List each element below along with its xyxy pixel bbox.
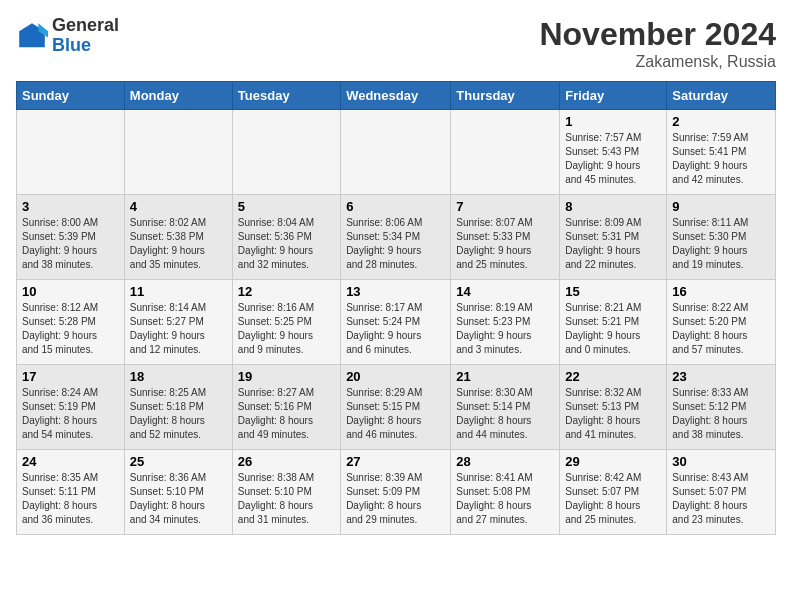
weekday-header: Sunday bbox=[17, 82, 125, 110]
month-title: November 2024 bbox=[539, 16, 776, 53]
calendar-cell: 28Sunrise: 8:41 AM Sunset: 5:08 PM Dayli… bbox=[451, 450, 560, 535]
day-number: 11 bbox=[130, 284, 227, 299]
logo: General Blue bbox=[16, 16, 119, 56]
day-number: 19 bbox=[238, 369, 335, 384]
day-number: 16 bbox=[672, 284, 770, 299]
calendar-week-row: 1Sunrise: 7:57 AM Sunset: 5:43 PM Daylig… bbox=[17, 110, 776, 195]
page-header: General Blue November 2024 Zakamensk, Ru… bbox=[16, 16, 776, 71]
calendar-cell: 14Sunrise: 8:19 AM Sunset: 5:23 PM Dayli… bbox=[451, 280, 560, 365]
calendar-cell bbox=[341, 110, 451, 195]
location: Zakamensk, Russia bbox=[539, 53, 776, 71]
day-info: Sunrise: 8:42 AM Sunset: 5:07 PM Dayligh… bbox=[565, 471, 661, 527]
day-number: 8 bbox=[565, 199, 661, 214]
day-number: 1 bbox=[565, 114, 661, 129]
weekday-header: Tuesday bbox=[232, 82, 340, 110]
calendar-cell: 1Sunrise: 7:57 AM Sunset: 5:43 PM Daylig… bbox=[560, 110, 667, 195]
day-info: Sunrise: 8:02 AM Sunset: 5:38 PM Dayligh… bbox=[130, 216, 227, 272]
weekday-header-row: SundayMondayTuesdayWednesdayThursdayFrid… bbox=[17, 82, 776, 110]
calendar-cell bbox=[124, 110, 232, 195]
calendar-cell: 26Sunrise: 8:38 AM Sunset: 5:10 PM Dayli… bbox=[232, 450, 340, 535]
calendar-cell: 13Sunrise: 8:17 AM Sunset: 5:24 PM Dayli… bbox=[341, 280, 451, 365]
calendar-cell: 19Sunrise: 8:27 AM Sunset: 5:16 PM Dayli… bbox=[232, 365, 340, 450]
weekday-header: Monday bbox=[124, 82, 232, 110]
calendar-table: SundayMondayTuesdayWednesdayThursdayFrid… bbox=[16, 81, 776, 535]
calendar-week-row: 17Sunrise: 8:24 AM Sunset: 5:19 PM Dayli… bbox=[17, 365, 776, 450]
day-number: 23 bbox=[672, 369, 770, 384]
day-number: 18 bbox=[130, 369, 227, 384]
day-info: Sunrise: 8:29 AM Sunset: 5:15 PM Dayligh… bbox=[346, 386, 445, 442]
calendar-cell: 10Sunrise: 8:12 AM Sunset: 5:28 PM Dayli… bbox=[17, 280, 125, 365]
calendar-cell: 30Sunrise: 8:43 AM Sunset: 5:07 PM Dayli… bbox=[667, 450, 776, 535]
calendar-cell: 21Sunrise: 8:30 AM Sunset: 5:14 PM Dayli… bbox=[451, 365, 560, 450]
calendar-week-row: 24Sunrise: 8:35 AM Sunset: 5:11 PM Dayli… bbox=[17, 450, 776, 535]
calendar-cell: 9Sunrise: 8:11 AM Sunset: 5:30 PM Daylig… bbox=[667, 195, 776, 280]
day-info: Sunrise: 8:41 AM Sunset: 5:08 PM Dayligh… bbox=[456, 471, 554, 527]
day-number: 12 bbox=[238, 284, 335, 299]
day-info: Sunrise: 8:24 AM Sunset: 5:19 PM Dayligh… bbox=[22, 386, 119, 442]
calendar-cell: 3Sunrise: 8:00 AM Sunset: 5:39 PM Daylig… bbox=[17, 195, 125, 280]
day-info: Sunrise: 8:07 AM Sunset: 5:33 PM Dayligh… bbox=[456, 216, 554, 272]
calendar-cell: 6Sunrise: 8:06 AM Sunset: 5:34 PM Daylig… bbox=[341, 195, 451, 280]
calendar-cell: 24Sunrise: 8:35 AM Sunset: 5:11 PM Dayli… bbox=[17, 450, 125, 535]
day-info: Sunrise: 8:00 AM Sunset: 5:39 PM Dayligh… bbox=[22, 216, 119, 272]
day-info: Sunrise: 8:21 AM Sunset: 5:21 PM Dayligh… bbox=[565, 301, 661, 357]
calendar-cell: 22Sunrise: 8:32 AM Sunset: 5:13 PM Dayli… bbox=[560, 365, 667, 450]
day-info: Sunrise: 8:38 AM Sunset: 5:10 PM Dayligh… bbox=[238, 471, 335, 527]
day-info: Sunrise: 8:04 AM Sunset: 5:36 PM Dayligh… bbox=[238, 216, 335, 272]
calendar-cell: 2Sunrise: 7:59 AM Sunset: 5:41 PM Daylig… bbox=[667, 110, 776, 195]
logo-text: General Blue bbox=[52, 16, 119, 56]
day-number: 9 bbox=[672, 199, 770, 214]
day-info: Sunrise: 8:32 AM Sunset: 5:13 PM Dayligh… bbox=[565, 386, 661, 442]
calendar-cell: 16Sunrise: 8:22 AM Sunset: 5:20 PM Dayli… bbox=[667, 280, 776, 365]
day-info: Sunrise: 8:36 AM Sunset: 5:10 PM Dayligh… bbox=[130, 471, 227, 527]
day-info: Sunrise: 8:16 AM Sunset: 5:25 PM Dayligh… bbox=[238, 301, 335, 357]
day-number: 2 bbox=[672, 114, 770, 129]
day-number: 27 bbox=[346, 454, 445, 469]
title-section: November 2024 Zakamensk, Russia bbox=[539, 16, 776, 71]
calendar-cell: 11Sunrise: 8:14 AM Sunset: 5:27 PM Dayli… bbox=[124, 280, 232, 365]
day-number: 5 bbox=[238, 199, 335, 214]
calendar-cell: 23Sunrise: 8:33 AM Sunset: 5:12 PM Dayli… bbox=[667, 365, 776, 450]
day-info: Sunrise: 8:35 AM Sunset: 5:11 PM Dayligh… bbox=[22, 471, 119, 527]
calendar-cell bbox=[17, 110, 125, 195]
day-number: 4 bbox=[130, 199, 227, 214]
weekday-header: Saturday bbox=[667, 82, 776, 110]
day-number: 20 bbox=[346, 369, 445, 384]
day-info: Sunrise: 8:43 AM Sunset: 5:07 PM Dayligh… bbox=[672, 471, 770, 527]
logo-icon bbox=[16, 20, 48, 52]
weekday-header: Thursday bbox=[451, 82, 560, 110]
day-info: Sunrise: 8:11 AM Sunset: 5:30 PM Dayligh… bbox=[672, 216, 770, 272]
day-number: 15 bbox=[565, 284, 661, 299]
day-number: 3 bbox=[22, 199, 119, 214]
day-number: 14 bbox=[456, 284, 554, 299]
day-number: 29 bbox=[565, 454, 661, 469]
day-number: 17 bbox=[22, 369, 119, 384]
day-info: Sunrise: 7:59 AM Sunset: 5:41 PM Dayligh… bbox=[672, 131, 770, 187]
day-info: Sunrise: 8:17 AM Sunset: 5:24 PM Dayligh… bbox=[346, 301, 445, 357]
day-number: 21 bbox=[456, 369, 554, 384]
calendar-cell: 20Sunrise: 8:29 AM Sunset: 5:15 PM Dayli… bbox=[341, 365, 451, 450]
day-number: 25 bbox=[130, 454, 227, 469]
day-info: Sunrise: 8:19 AM Sunset: 5:23 PM Dayligh… bbox=[456, 301, 554, 357]
day-info: Sunrise: 8:27 AM Sunset: 5:16 PM Dayligh… bbox=[238, 386, 335, 442]
calendar-cell: 15Sunrise: 8:21 AM Sunset: 5:21 PM Dayli… bbox=[560, 280, 667, 365]
day-number: 24 bbox=[22, 454, 119, 469]
calendar-cell: 8Sunrise: 8:09 AM Sunset: 5:31 PM Daylig… bbox=[560, 195, 667, 280]
day-number: 28 bbox=[456, 454, 554, 469]
day-info: Sunrise: 8:09 AM Sunset: 5:31 PM Dayligh… bbox=[565, 216, 661, 272]
calendar-cell: 25Sunrise: 8:36 AM Sunset: 5:10 PM Dayli… bbox=[124, 450, 232, 535]
calendar-cell: 27Sunrise: 8:39 AM Sunset: 5:09 PM Dayli… bbox=[341, 450, 451, 535]
calendar-cell: 5Sunrise: 8:04 AM Sunset: 5:36 PM Daylig… bbox=[232, 195, 340, 280]
day-info: Sunrise: 8:39 AM Sunset: 5:09 PM Dayligh… bbox=[346, 471, 445, 527]
calendar-cell: 17Sunrise: 8:24 AM Sunset: 5:19 PM Dayli… bbox=[17, 365, 125, 450]
calendar-cell bbox=[232, 110, 340, 195]
calendar-cell bbox=[451, 110, 560, 195]
calendar-cell: 18Sunrise: 8:25 AM Sunset: 5:18 PM Dayli… bbox=[124, 365, 232, 450]
day-number: 6 bbox=[346, 199, 445, 214]
weekday-header: Friday bbox=[560, 82, 667, 110]
calendar-week-row: 10Sunrise: 8:12 AM Sunset: 5:28 PM Dayli… bbox=[17, 280, 776, 365]
day-info: Sunrise: 7:57 AM Sunset: 5:43 PM Dayligh… bbox=[565, 131, 661, 187]
calendar-cell: 12Sunrise: 8:16 AM Sunset: 5:25 PM Dayli… bbox=[232, 280, 340, 365]
day-info: Sunrise: 8:22 AM Sunset: 5:20 PM Dayligh… bbox=[672, 301, 770, 357]
day-info: Sunrise: 8:33 AM Sunset: 5:12 PM Dayligh… bbox=[672, 386, 770, 442]
